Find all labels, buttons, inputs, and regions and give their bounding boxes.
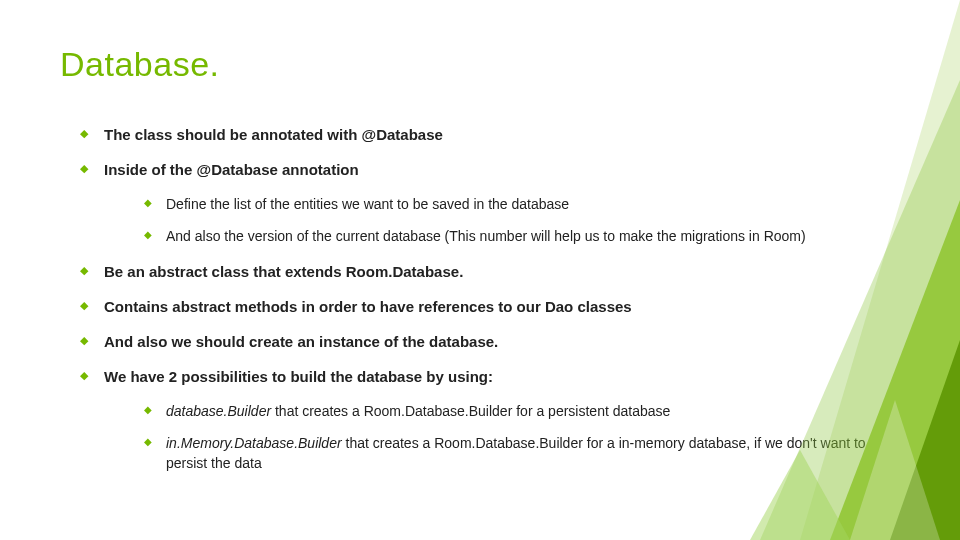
sub-bullet-item: database.Builder that creates a Room.Dat… <box>144 401 900 421</box>
sub-bullet-list: database.Builder that creates a Room.Dat… <box>144 401 900 474</box>
sub-bullet-item: in.Memory.Database.Builder that creates … <box>144 433 900 474</box>
bullet-item: We have 2 possibilities to build the dat… <box>80 366 900 474</box>
sub-bullet-list: Define the list of the entities we want … <box>144 194 900 247</box>
bullet-item: And also we should create an instance of… <box>80 331 900 352</box>
bullet-text: Be an abstract class that extends Room.D… <box>104 263 463 280</box>
sub-bullet-text: that creates a Room.Database.Builder for… <box>271 403 670 419</box>
bullet-text: Inside of the @Database annotation <box>104 161 359 178</box>
bullet-list: The class should be annotated with @Data… <box>80 124 900 473</box>
slide-title: Database. <box>60 45 900 84</box>
sub-bullet-term: in.Memory.Database.Builder <box>166 435 342 451</box>
slide: Database. The class should be annotated … <box>0 0 960 540</box>
sub-bullet-term: database.Builder <box>166 403 271 419</box>
sub-bullet-item: And also the version of the current data… <box>144 226 900 246</box>
svg-marker-3 <box>890 340 960 540</box>
bullet-text: And also we should create an instance of… <box>104 333 498 350</box>
sub-bullet-text: Define the list of the entities we want … <box>166 196 569 212</box>
bullet-item: Contains abstract methods in order to ha… <box>80 296 900 317</box>
bullet-text: We have 2 possibilities to build the dat… <box>104 368 493 385</box>
bullet-text: Contains abstract methods in order to ha… <box>104 298 632 315</box>
bullet-item: Be an abstract class that extends Room.D… <box>80 261 900 282</box>
sub-bullet-text: And also the version of the current data… <box>166 228 806 244</box>
bullet-item: Inside of the @Database annotation Defin… <box>80 159 900 247</box>
bullet-text: The class should be annotated with @Data… <box>104 126 443 143</box>
sub-bullet-item: Define the list of the entities we want … <box>144 194 900 214</box>
bullet-item: The class should be annotated with @Data… <box>80 124 900 145</box>
